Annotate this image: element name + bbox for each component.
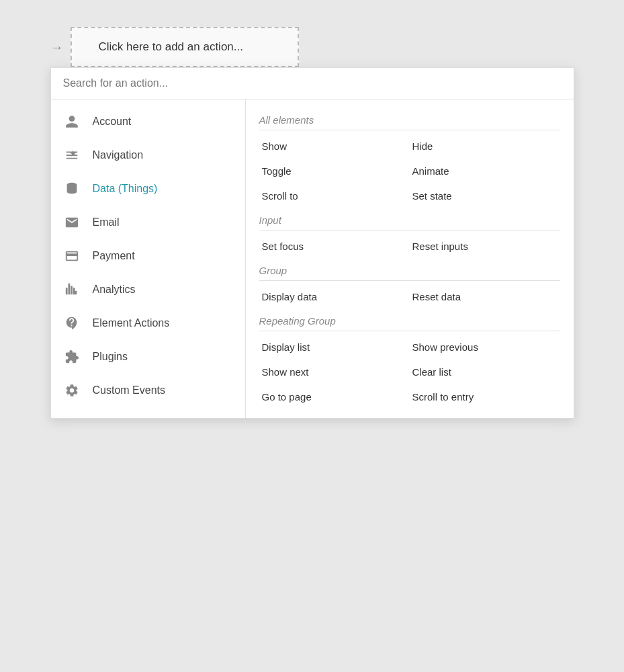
plugins-icon (63, 348, 81, 366)
sidebar-item-navigation[interactable]: Navigation (51, 138, 245, 172)
sidebar-item-element-actions[interactable]: Element Actions (51, 306, 245, 340)
sidebar-item-analytics[interactable]: Analytics (51, 273, 245, 306)
add-action-box[interactable]: Click here to add an action... (71, 27, 299, 67)
action-item-right-3-1[interactable]: Clear list (410, 360, 560, 384)
sidebar-custom-events-label: Custom Events (93, 384, 165, 396)
action-row-3-2: Go to pageScroll to entry (259, 385, 560, 409)
navigation-icon (63, 146, 81, 164)
sidebar-email-label: Email (93, 216, 120, 228)
action-item-left-3-2[interactable]: Go to page (259, 385, 410, 409)
sidebar-element-actions-label: Element Actions (93, 317, 170, 329)
action-row-3-0: Display listShow previous (259, 335, 560, 359)
action-item-right-0-0[interactable]: Hide (410, 134, 560, 158)
custom-events-icon (63, 382, 81, 399)
sidebar-account-label: Account (93, 116, 132, 128)
action-row-2-0: Display dataReset data (259, 285, 560, 308)
account-icon (63, 113, 81, 130)
section-label-0: All elements (259, 114, 560, 126)
section-divider-1 (259, 230, 560, 230)
sidebar-payment-label: Payment (93, 250, 135, 262)
action-item-right-2-0[interactable]: Reset data (410, 285, 560, 308)
sidebar-item-email[interactable]: Email (51, 206, 245, 239)
main-content: Account Navigation Data (Things) (51, 99, 574, 418)
sidebar-item-plugins[interactable]: Plugins (51, 340, 245, 374)
search-bar[interactable] (51, 68, 574, 99)
action-row-0-1: ToggleAnimate (259, 159, 560, 183)
section-divider-2 (259, 280, 560, 281)
page-wrapper: → Click here to add an action... Account (50, 27, 574, 419)
sidebar-item-account[interactable]: Account (51, 105, 245, 138)
sidebar-item-data[interactable]: Data (Things) (51, 172, 245, 206)
sidebar-item-payment[interactable]: Payment (51, 239, 245, 273)
sidebar-analytics-label: Analytics (93, 284, 136, 296)
section-label-3: Repeating Group (259, 315, 560, 327)
action-item-left-2-0[interactable]: Display data (259, 285, 410, 308)
action-item-left-0-2[interactable]: Scroll to (259, 184, 410, 208)
sidebar: Account Navigation Data (Things) (51, 99, 246, 418)
section-divider-3 (259, 331, 560, 331)
sidebar-data-label: Data (Things) (93, 183, 158, 195)
section-label-2: Group (259, 265, 560, 276)
arrow-row: → Click here to add an action... (50, 27, 299, 67)
section-divider-0 (259, 130, 560, 130)
data-icon (63, 180, 81, 198)
sidebar-navigation-label: Navigation (93, 149, 144, 161)
dropdown-panel: Account Navigation Data (Things) (50, 67, 574, 419)
action-item-left-3-0[interactable]: Display list (259, 335, 410, 359)
action-item-left-0-1[interactable]: Toggle (259, 159, 410, 183)
action-item-right-3-2[interactable]: Scroll to entry (410, 385, 560, 409)
actions-panel: All elementsShowHideToggleAnimateScroll … (246, 99, 574, 418)
action-item-right-0-2[interactable]: Set state (410, 184, 560, 208)
search-input[interactable] (63, 77, 562, 89)
action-item-left-0-0[interactable]: Show (259, 134, 410, 158)
element-actions-icon (63, 314, 81, 332)
action-item-right-3-0[interactable]: Show previous (410, 335, 560, 359)
analytics-icon (63, 281, 81, 298)
action-row-1-0: Set focusReset inputs (259, 235, 560, 258)
action-row-0-0: ShowHide (259, 134, 560, 158)
email-icon (63, 214, 81, 231)
action-row-0-2: Scroll toSet state (259, 184, 560, 208)
action-row-3-1: Show nextClear list (259, 360, 560, 384)
section-label-1: Input (259, 214, 560, 226)
action-item-left-3-1[interactable]: Show next (259, 360, 410, 384)
payment-icon (63, 247, 81, 265)
action-item-left-1-0[interactable]: Set focus (259, 235, 410, 258)
sidebar-item-custom-events[interactable]: Custom Events (51, 374, 245, 407)
action-item-right-1-0[interactable]: Reset inputs (410, 235, 560, 258)
sidebar-plugins-label: Plugins (93, 351, 128, 363)
action-item-right-0-1[interactable]: Animate (410, 159, 560, 183)
add-action-label: Click here to add an action... (99, 40, 243, 53)
arrow-icon: → (50, 40, 64, 55)
